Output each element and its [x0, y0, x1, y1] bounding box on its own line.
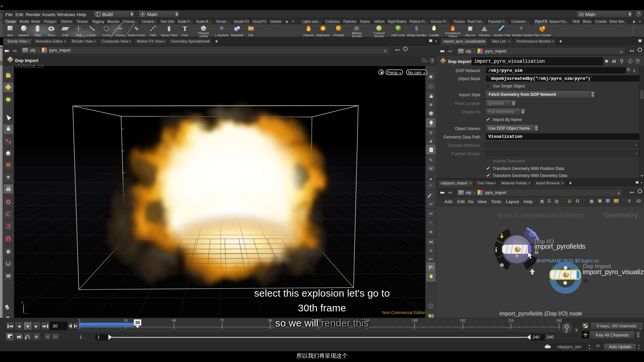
svg-text:Geometry: Geometry — [604, 211, 639, 219]
svg-text:1: 1 — [79, 319, 81, 322]
svg-text:24: 24 — [124, 319, 128, 322]
svg-text:import_pyro_visualizat: import_pyro_visualizat — [583, 268, 644, 276]
svg-text:240: 240 — [556, 319, 562, 322]
svg-text:y: y — [21, 300, 23, 304]
svg-text:216: 216 — [508, 319, 514, 322]
svg-text:Non-Commercial Edition: Non-Commercial Edition — [382, 310, 425, 315]
svg-text:144: 144 — [364, 319, 369, 322]
svg-text:Non-Commercial Edition: Non-Commercial Edition — [498, 211, 584, 220]
svg-text:❄: ❄ — [499, 262, 504, 268]
svg-text:168: 168 — [412, 319, 418, 322]
svg-text:72: 72 — [220, 319, 224, 322]
svg-text:i: i — [495, 246, 497, 253]
svg-text:192: 192 — [460, 319, 466, 322]
svg-text:96: 96 — [268, 319, 272, 322]
svg-text:120: 120 — [316, 319, 321, 322]
svg-text:import_pyrofields (Dop I/O) no: import_pyrofields (Dop I/O) node — [499, 310, 582, 317]
svg-text:import_pyrofields: import_pyrofields — [534, 243, 585, 250]
svg-text:48: 48 — [172, 319, 176, 322]
